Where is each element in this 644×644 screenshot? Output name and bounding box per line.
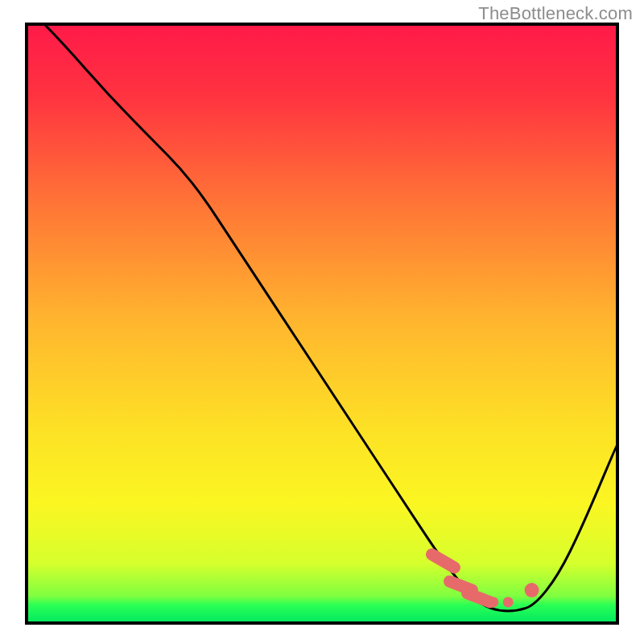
- bottleneck-chart: [0, 0, 644, 644]
- gradient-background: [27, 24, 617, 623]
- chart-container: TheBottleneck.com: [0, 0, 644, 644]
- svg-point-5: [503, 597, 514, 607]
- svg-point-6: [525, 583, 539, 597]
- svg-point-4: [488, 597, 498, 607]
- svg-line-3: [468, 593, 490, 602]
- watermark-text: TheBottleneck.com: [478, 3, 633, 24]
